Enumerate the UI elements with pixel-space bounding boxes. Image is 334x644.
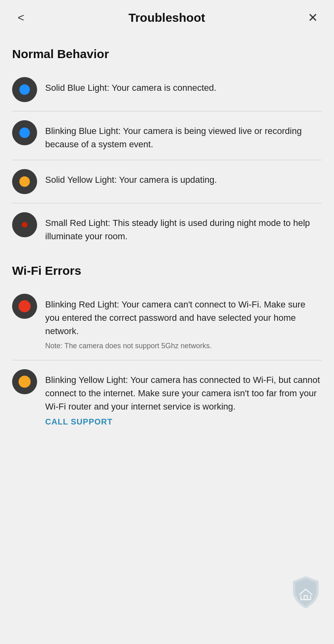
item-description: Solid Blue Light: Your camera is connect… — [45, 77, 216, 94]
section-wifi-errors: Wi-Fi Errors Blinking Red Light: Your ca… — [12, 264, 322, 437]
shield-watermark — [290, 575, 322, 612]
item-description: Blinking Blue Light: Your camera is bein… — [45, 120, 322, 151]
dot-solid-blue — [19, 84, 30, 95]
light-indicator-blinking-yellow — [12, 369, 37, 394]
item-content: Blinking Red Light: Your camera can't co… — [45, 294, 322, 351]
item-description: Small Red Light: This steady light is us… — [45, 212, 322, 243]
light-indicator-solid-blue — [12, 77, 37, 102]
item-note: Note: The camera does not support 5Ghz n… — [45, 341, 322, 351]
dot-blinking-blue — [19, 128, 30, 138]
light-indicator-small-red — [12, 212, 37, 237]
header: < Troubleshoot ✕ — [0, 0, 334, 35]
list-item: Blinking Yellow Light: Your camera has c… — [12, 360, 322, 437]
call-support-button[interactable]: CALL SUPPORT — [45, 413, 113, 428]
close-button[interactable]: ✕ — [304, 8, 322, 27]
dot-blinking-red — [19, 300, 31, 312]
content-area: Normal Behavior Solid Blue Light: Your c… — [0, 35, 334, 461]
back-button[interactable]: < — [12, 9, 30, 27]
app-screen: < Troubleshoot ✕ Normal Behavior Solid B… — [0, 0, 334, 461]
section-normal-behavior: Normal Behavior Solid Blue Light: Your c… — [12, 47, 322, 252]
list-item: Solid Blue Light: Your camera is connect… — [12, 68, 322, 111]
page-title: Troubleshoot — [30, 11, 304, 25]
item-description: Blinking Yellow Light: Your camera has c… — [45, 369, 322, 413]
list-item: Blinking Blue Light: Your camera is bein… — [12, 111, 322, 160]
back-icon: < — [18, 11, 24, 24]
light-indicator-blinking-blue — [12, 120, 37, 145]
item-description: Solid Yellow Light: Your camera is updat… — [45, 169, 217, 186]
light-indicator-blinking-red — [12, 294, 37, 319]
list-item: Small Red Light: This steady light is us… — [12, 203, 322, 252]
close-icon: ✕ — [308, 10, 318, 25]
section-title-wifi: Wi-Fi Errors — [12, 264, 322, 278]
section-title-normal: Normal Behavior — [12, 47, 322, 61]
dot-small-red — [22, 222, 27, 228]
dot-blinking-yellow — [19, 376, 31, 388]
list-item: Solid Yellow Light: Your camera is updat… — [12, 160, 322, 203]
light-indicator-solid-yellow — [12, 169, 37, 194]
dot-solid-yellow — [19, 176, 30, 187]
item-description: Blinking Red Light: Your camera can't co… — [45, 294, 322, 338]
list-item: Blinking Red Light: Your camera can't co… — [12, 285, 322, 360]
item-content: Blinking Yellow Light: Your camera has c… — [45, 369, 322, 428]
